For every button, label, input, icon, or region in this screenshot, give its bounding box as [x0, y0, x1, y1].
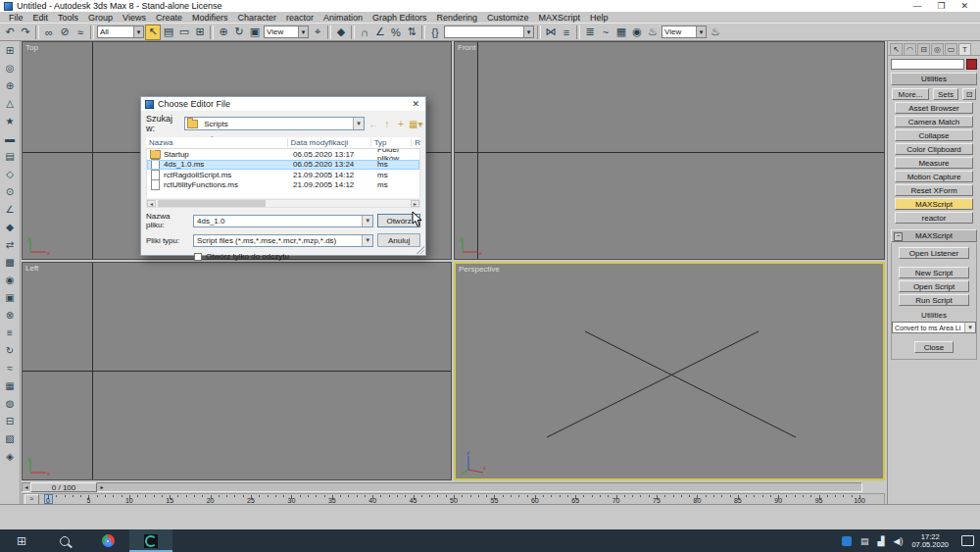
read-only-checkbox[interactable] [194, 253, 202, 261]
bind-to-space-warp-icon[interactable]: ≈ [73, 25, 88, 40]
left-tool-icon[interactable]: ▦ [3, 378, 18, 393]
utility-dropdown[interactable]: Convert to ms Area Li ▾ [892, 322, 976, 333]
left-tool-icon[interactable]: ◇ [3, 167, 18, 181]
scroll-right-icon[interactable]: ▸ [411, 200, 419, 207]
sets-button[interactable]: Sets [933, 88, 958, 100]
menu-views[interactable]: Views [118, 13, 151, 23]
tray-app-icon[interactable] [842, 536, 852, 546]
left-tool-icon[interactable]: ⊕ [3, 78, 18, 93]
collapse-rollout-icon[interactable]: − [894, 232, 903, 241]
viewport-perspective-active[interactable]: Perspective z x [454, 262, 885, 480]
unlink-selection-icon[interactable]: ⊘ [57, 25, 73, 40]
render-scene-icon[interactable]: ♨ [645, 25, 661, 40]
file-type-dropdown[interactable]: Script files (*.ms,*.mse,*.mcr,*.mzp,*.d… [193, 234, 373, 247]
select-and-move-icon[interactable]: ⊕ [216, 25, 231, 40]
select-and-rotate-icon[interactable]: ↻ [231, 25, 247, 40]
utility-button-reactor[interactable]: reactor [895, 212, 973, 224]
left-tool-icon[interactable]: ◍ [3, 396, 18, 411]
left-tool-icon[interactable]: ▧ [3, 431, 18, 446]
utility-button-asset-browser[interactable]: Asset Browser [895, 102, 973, 114]
left-tool-icon[interactable]: ↻ [3, 343, 18, 358]
menu-customize[interactable]: Customize [482, 13, 534, 23]
left-tool-icon[interactable]: ★ [3, 114, 18, 128]
curve-editor-icon[interactable]: ~ [598, 25, 613, 40]
time-slider-groove[interactable] [22, 482, 862, 492]
left-tool-icon[interactable]: ◆ [3, 220, 18, 234]
open-button[interactable]: Otwórz [377, 214, 420, 227]
display-tab[interactable]: ▭ [945, 43, 957, 55]
material-editor-icon[interactable]: ◉ [629, 25, 645, 40]
select-by-name-icon[interactable]: ▤ [161, 25, 176, 40]
object-name-field[interactable] [891, 59, 964, 70]
menu-tools[interactable]: Tools [53, 13, 83, 23]
utility-button-reset-xform[interactable]: Reset XForm [895, 184, 973, 196]
utility-button-color-clipboard[interactable]: Color Clipboard [895, 143, 973, 155]
percent-snap-icon[interactable]: % [388, 25, 404, 40]
rectangular-selection-region-icon[interactable]: ▭ [176, 25, 192, 40]
view-menu-icon[interactable]: ▦▾ [409, 119, 420, 129]
maxscript-rollout-header[interactable]: − MAXScript [891, 229, 977, 242]
file-name-input[interactable]: 4ds_1.0 ▾ [193, 215, 373, 227]
edit-named-selections-icon[interactable]: {} [427, 25, 443, 40]
render-type-dropdown[interactable]: View▾ [662, 25, 707, 38]
select-and-manipulate-icon[interactable]: ◆ [333, 25, 349, 40]
maxscript-open-listener-button[interactable]: Open Listener [899, 247, 969, 259]
named-selection-sets-dropdown[interactable]: ▾ [444, 25, 534, 38]
file-row[interactable]: Startup06.05.2020 13:17Folder plików [147, 149, 419, 160]
quick-render-icon[interactable]: ♨ [708, 25, 723, 40]
left-tool-icon[interactable]: ▣ [3, 290, 18, 305]
dialog-titlebar[interactable]: Choose Editor File ✕ [141, 97, 425, 111]
menu-group[interactable]: Group [83, 13, 118, 23]
taskbar-chrome-button[interactable] [86, 529, 129, 552]
maxscript-new-script-button[interactable]: New Script [899, 267, 969, 278]
close-button[interactable]: ✕ [960, 1, 968, 11]
angle-snap-icon[interactable]: ∠ [372, 25, 388, 40]
up-one-level-icon[interactable]: ↑ [381, 119, 393, 129]
minimize-button[interactable]: — [912, 1, 921, 11]
left-tool-icon[interactable]: ◎ [3, 61, 18, 75]
left-tool-icon[interactable]: ⊞ [3, 43, 18, 58]
file-row[interactable]: rctRagdollScript.ms21.09.2005 14:12ms [147, 170, 419, 180]
menu-maxscript[interactable]: MAXScript [534, 13, 586, 23]
viewport-front[interactable]: Front x y [454, 41, 885, 260]
left-tool-icon[interactable]: ◉ [3, 273, 18, 287]
hierarchy-tab[interactable]: ⊟ [917, 43, 930, 55]
resize-grip[interactable] [416, 246, 424, 254]
left-tool-icon[interactable]: ▩ [3, 255, 18, 270]
object-color-swatch[interactable] [966, 59, 977, 70]
left-tool-icon[interactable]: ⊙ [3, 184, 18, 199]
reference-coordinate-dropdown[interactable]: View▾ [264, 25, 309, 38]
input-indicator-icon[interactable]: ▤ [860, 536, 869, 546]
new-folder-icon[interactable]: + [395, 119, 407, 129]
schematic-view-icon[interactable]: ▦ [613, 25, 629, 40]
utility-button-collapse[interactable]: Collapse [895, 129, 973, 141]
menu-rendering[interactable]: Rendering [432, 13, 483, 23]
left-tool-icon[interactable]: ⊗ [3, 308, 18, 323]
menu-character[interactable]: Character [232, 13, 281, 23]
column-size[interactable]: R [412, 138, 420, 147]
select-and-link-icon[interactable]: ∞ [41, 25, 57, 40]
more-button[interactable]: More... [892, 88, 929, 100]
select-object-icon[interactable]: ↖ [145, 25, 161, 40]
maxscript-open-script-button[interactable]: Open Script [899, 280, 969, 292]
column-name[interactable]: Nazwa [146, 138, 288, 147]
left-tool-icon[interactable]: ≡ [3, 326, 18, 340]
cancel-button[interactable]: Anuluj [377, 233, 420, 247]
utility-button-maxscript[interactable]: MAXScript [895, 198, 973, 210]
left-tool-icon[interactable]: ≈ [3, 361, 18, 376]
dialog-close-icon[interactable]: ✕ [412, 99, 421, 109]
column-type[interactable]: Typ [371, 138, 413, 147]
scroll-left-icon[interactable]: ◂ [147, 200, 156, 207]
column-date-modified[interactable]: Data modyfikacji [288, 138, 371, 147]
horizontal-scrollbar[interactable]: ◂ ▸ [146, 199, 420, 208]
menu-modifiers[interactable]: Modifiers [187, 13, 233, 23]
menu-create[interactable]: Create [151, 13, 187, 23]
file-row[interactable]: rctUtilityFunctions.ms21.09.2005 14:12ms [147, 180, 419, 191]
utility-button-camera-match[interactable]: Camera Match [895, 116, 973, 127]
taskbar-clock[interactable]: 17:22 07.05.2020 [911, 533, 949, 549]
motion-tab[interactable]: ◎ [931, 43, 944, 55]
taskbar-search-button[interactable] [43, 529, 86, 552]
time-slider-next-arrow[interactable]: ▸ [98, 483, 106, 491]
left-tool-icon[interactable]: ◈ [3, 449, 18, 464]
utility-button-motion-capture[interactable]: Motion Capture [895, 171, 973, 182]
